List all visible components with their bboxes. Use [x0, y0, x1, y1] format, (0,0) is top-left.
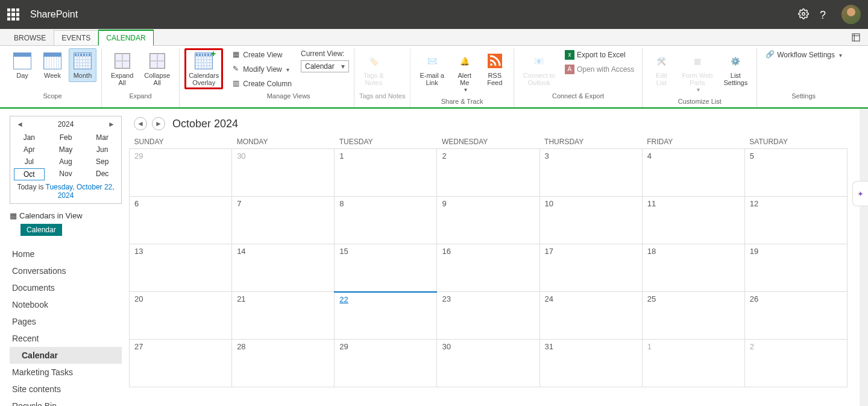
nav-item[interactable]: Home	[10, 246, 122, 262]
calendar-day-cell[interactable]: 28	[232, 340, 335, 387]
calendar-grid: SUNDAYMONDAYTUESDAYWEDNESDAYTHURSDAYFRID…	[129, 135, 848, 387]
calendar-day-cell[interactable]: 15	[335, 244, 437, 292]
nav-item[interactable]: Conversations	[10, 262, 122, 279]
workflow-settings-button[interactable]: 🔗Workflow Settings	[762, 48, 845, 62]
mini-cal-month[interactable]: Jul	[14, 156, 45, 167]
nav-item[interactable]: Marketing Tasks	[10, 364, 122, 381]
mini-cal-month[interactable]: Sep	[87, 156, 118, 167]
calendar-day-cell[interactable]: 29	[130, 149, 232, 197]
user-avatar[interactable]	[841, 5, 861, 24]
calendar-day-cell[interactable]: 16	[437, 244, 539, 292]
calendar-day-cell[interactable]: 5	[744, 149, 847, 197]
settings-gear-icon[interactable]	[798, 8, 809, 21]
tags-icon: 🏷️	[364, 51, 383, 71]
rss-feed-button[interactable]: RSS Feed	[481, 48, 509, 89]
nav-item[interactable]: Calendar	[10, 347, 122, 364]
modify-view-button[interactable]: ✎Modify View	[228, 63, 292, 76]
create-column-button[interactable]: ▥Create Column	[228, 77, 295, 90]
calendars-overlay-button[interactable]: Calendars Overlay	[184, 48, 223, 89]
current-view-select[interactable]: Calendar	[301, 60, 349, 72]
scope-week-button[interactable]: Week	[39, 48, 66, 82]
calendar-day-cell[interactable]: 19	[744, 244, 847, 292]
svg-point-0	[802, 12, 805, 15]
nav-item[interactable]: Notebook	[10, 296, 122, 313]
mini-cal-month[interactable]: Oct	[14, 168, 45, 180]
mini-cal-month[interactable]: Mar	[87, 132, 118, 143]
calendar-day-cell[interactable]: 30	[437, 340, 539, 387]
tab-events[interactable]: EVENTS	[54, 30, 98, 45]
mini-cal-next-icon[interactable]: ►	[108, 120, 115, 128]
tab-calendar[interactable]: CALENDAR	[98, 30, 153, 46]
mini-cal-prev-icon[interactable]: ◄	[16, 120, 24, 128]
tab-browse[interactable]: BROWSE	[6, 30, 54, 45]
mini-cal-month[interactable]: Jan	[14, 132, 45, 143]
calendar-badge[interactable]: Calendar	[20, 224, 62, 236]
today-link[interactable]: Tuesday, October 22, 2024	[46, 183, 115, 200]
alert-me-button[interactable]: 🔔Alert Me	[451, 48, 479, 96]
calendar-day-cell[interactable]: 29	[335, 340, 437, 387]
calendar-day-cell[interactable]: 2	[437, 149, 539, 197]
mini-cal-month[interactable]: May	[51, 144, 81, 155]
nav-item[interactable]: Recycle Bin	[10, 398, 122, 406]
today-line: Today is Tuesday, October 22, 2024	[14, 180, 118, 200]
calendar-day-cell[interactable]: 12	[744, 197, 847, 244]
collapse-icon	[149, 53, 165, 69]
create-view-button[interactable]: ▦Create View	[228, 48, 285, 62]
collapse-all-button[interactable]: Collapse All	[140, 48, 174, 89]
calendar-day-cell[interactable]: 24	[539, 292, 642, 340]
email-link-button[interactable]: ✉️E-mail a Link	[415, 48, 448, 89]
calendar-day-cell[interactable]: 22	[335, 292, 437, 340]
calendar-day-cell[interactable]: 1	[335, 149, 437, 197]
prev-month-button[interactable]: ◄	[134, 117, 147, 130]
nav-item[interactable]: Documents	[10, 279, 122, 296]
calendar-main: ◄ ► October 2024 SUNDAYMONDAYTUESDAYWEDN…	[127, 109, 868, 406]
mini-cal-month[interactable]: Aug	[51, 156, 81, 167]
focus-content-icon[interactable]	[851, 33, 861, 44]
app-launcher-icon[interactable]	[7, 8, 19, 21]
calendar-day-cell[interactable]: 31	[539, 340, 642, 387]
calendar-day-cell[interactable]: 17	[539, 244, 642, 292]
nav-item[interactable]: Recent	[10, 330, 122, 347]
calendar-day-cell[interactable]: 23	[437, 292, 539, 340]
calendar-day-cell[interactable]: 7	[232, 197, 335, 244]
calendar-day-cell[interactable]: 6	[130, 197, 232, 244]
calendar-day-cell[interactable]: 13	[130, 244, 232, 292]
rss-icon	[485, 51, 505, 71]
ribbon-group-share-track: ✉️E-mail a Link 🔔Alert Me RSS Feed Share…	[410, 48, 514, 107]
mini-cal-month[interactable]: Feb	[51, 132, 81, 143]
scope-month-button[interactable]: Month	[69, 48, 96, 82]
calendar-day-cell[interactable]: 11	[642, 197, 744, 244]
calendar-day-cell[interactable]: 8	[335, 197, 437, 244]
mini-cal-month[interactable]: Dec	[87, 168, 118, 180]
calendar-day-cell[interactable]: 14	[232, 244, 335, 292]
expand-all-button[interactable]: Expand All	[107, 48, 137, 89]
calendar-day-cell[interactable]: 2	[744, 340, 847, 387]
calendar-day-cell[interactable]: 9	[437, 197, 539, 244]
calendar-day-cell[interactable]: 1	[642, 340, 744, 387]
calendar-day-cell[interactable]: 18	[642, 244, 744, 292]
calendar-day-cell[interactable]: 25	[642, 292, 744, 340]
nav-item[interactable]: Site contents	[10, 381, 122, 398]
left-nav: ◄ 2024 ► JanFebMarAprMayJunJulAugSepOctN…	[0, 109, 127, 406]
export-excel-button[interactable]: xExport to Excel	[562, 48, 629, 62]
mini-cal-month[interactable]: Apr	[14, 144, 45, 155]
list-settings-button[interactable]: ⚙️List Settings	[719, 48, 752, 89]
quick-launch-nav: HomeConversationsDocumentsNotebookPagesR…	[10, 246, 122, 406]
calendar-day-cell[interactable]: 20	[130, 292, 232, 340]
scope-day-button[interactable]: Day	[8, 48, 36, 82]
mini-cal-month[interactable]: Nov	[51, 168, 81, 180]
copilot-icon[interactable]: ✦	[852, 181, 868, 206]
calendar-day-cell[interactable]: 4	[642, 149, 744, 197]
day-header: TUESDAY	[335, 135, 437, 149]
nav-item[interactable]: Pages	[10, 313, 122, 330]
calendar-day-cell[interactable]: 26	[744, 292, 847, 340]
mini-cal-month[interactable]: Jun	[87, 144, 118, 155]
calendar-day-cell[interactable]: 21	[232, 292, 335, 340]
help-icon[interactable]: ?	[820, 9, 831, 20]
calendar-day-cell[interactable]: 10	[539, 197, 642, 244]
calendar-day-cell[interactable]: 30	[232, 149, 335, 197]
day-header: MONDAY	[232, 135, 335, 149]
next-month-button[interactable]: ►	[152, 117, 165, 130]
calendar-day-cell[interactable]: 27	[130, 340, 232, 387]
calendar-day-cell[interactable]: 3	[539, 149, 642, 197]
